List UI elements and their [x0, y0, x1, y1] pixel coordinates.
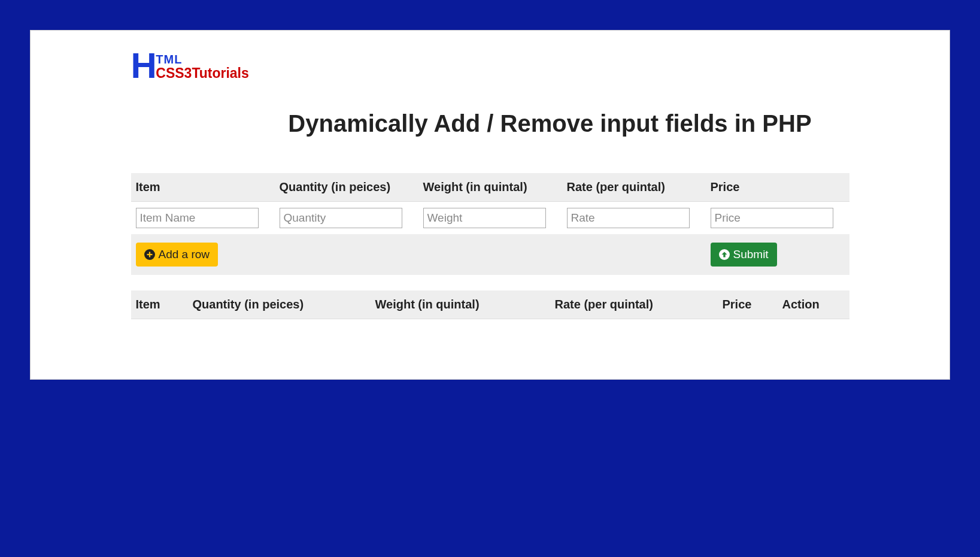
input-row	[131, 202, 849, 235]
logo-tml-text: TML	[156, 53, 249, 65]
weight-input[interactable]	[423, 208, 546, 228]
quantity-input[interactable]	[280, 208, 402, 228]
arrow-up-circle-icon	[719, 249, 730, 260]
add-row-label: Add a row	[159, 248, 210, 261]
rate-input[interactable]	[567, 208, 690, 228]
logo-text-block: TML CSS3Tutorials	[156, 53, 249, 80]
submit-button[interactable]: Submit	[711, 243, 777, 267]
add-row-button[interactable]: Add a row	[136, 243, 219, 267]
svg-rect-2	[147, 254, 152, 255]
price-input[interactable]	[711, 208, 833, 228]
spacer-row	[131, 275, 849, 290]
logo-h-letter: H	[131, 52, 157, 80]
results-header-rate: Rate (per quintal)	[550, 290, 718, 319]
results-table: Item Quantity (in peices) Weight (in qui…	[131, 290, 849, 319]
logo-css3-text: CSS3Tutorials	[156, 66, 249, 80]
input-header-row: Item Quantity (in peices) Weight (in qui…	[131, 173, 849, 202]
header-item: Item	[131, 173, 275, 202]
results-header-item: Item	[131, 290, 188, 319]
results-header-weight: Weight (in quintal)	[371, 290, 550, 319]
header-quantity: Quantity (in peices)	[275, 173, 418, 202]
results-header-action: Action	[778, 290, 849, 319]
item-name-input[interactable]	[136, 208, 259, 228]
logo: H TML CSS3Tutorials	[131, 49, 849, 80]
submit-label: Submit	[733, 248, 769, 261]
header-rate: Rate (per quintal)	[562, 173, 706, 202]
action-row: Add a row Submit	[131, 234, 849, 275]
page-container: H TML CSS3Tutorials Dynamically Add / Re…	[30, 30, 950, 380]
inner-container: H TML CSS3Tutorials Dynamically Add / Re…	[131, 49, 849, 319]
header-weight: Weight (in quintal)	[418, 173, 562, 202]
results-header-quantity: Quantity (in peices)	[188, 290, 371, 319]
results-header-row: Item Quantity (in peices) Weight (in qui…	[131, 290, 849, 319]
plus-circle-icon	[144, 249, 155, 260]
input-form-table: Item Quantity (in peices) Weight (in qui…	[131, 173, 849, 290]
header-price: Price	[706, 173, 849, 202]
page-title: Dynamically Add / Remove input fields in…	[251, 110, 849, 137]
results-header-price: Price	[718, 290, 778, 319]
